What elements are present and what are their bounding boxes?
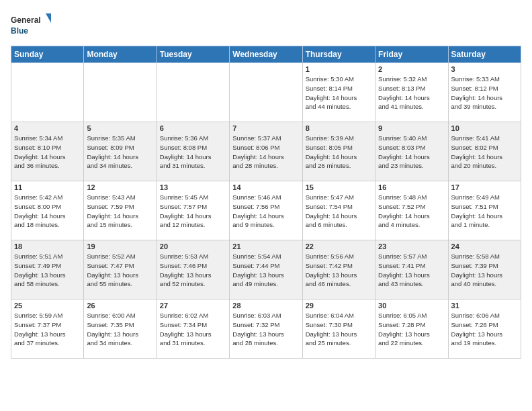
calendar-cell: 1Sunrise: 5:30 AM Sunset: 8:14 PM Daylig… bbox=[302, 63, 375, 122]
day-number: 11 bbox=[14, 183, 81, 191]
calendar-cell: 19Sunrise: 5:52 AM Sunset: 7:47 PM Dayli… bbox=[84, 240, 157, 300]
calendar-week-row: 18Sunrise: 5:51 AM Sunset: 7:49 PM Dayli… bbox=[11, 240, 521, 300]
day-detail: Sunrise: 5:47 AM Sunset: 7:54 PM Dayligh… bbox=[306, 193, 372, 230]
calendar-cell bbox=[84, 63, 157, 122]
calendar-week-row: 4Sunrise: 5:34 AM Sunset: 8:10 PM Daylig… bbox=[11, 122, 521, 181]
day-number: 21 bbox=[232, 242, 299, 250]
day-detail: Sunrise: 6:03 AM Sunset: 7:32 PM Dayligh… bbox=[232, 311, 299, 348]
day-number: 24 bbox=[451, 242, 518, 250]
day-number: 12 bbox=[87, 183, 153, 191]
weekday-header-monday: Monday bbox=[84, 46, 157, 63]
weekday-header-sunday: Sunday bbox=[11, 46, 84, 63]
weekday-header-thursday: Thursday bbox=[302, 46, 375, 63]
calendar-cell: 21Sunrise: 5:54 AM Sunset: 7:44 PM Dayli… bbox=[230, 240, 302, 300]
day-number: 25 bbox=[14, 302, 81, 310]
day-detail: Sunrise: 5:36 AM Sunset: 8:08 PM Dayligh… bbox=[160, 134, 226, 171]
calendar-week-row: 1Sunrise: 5:30 AM Sunset: 8:14 PM Daylig… bbox=[11, 63, 521, 122]
calendar-cell: 11Sunrise: 5:42 AM Sunset: 8:00 PM Dayli… bbox=[11, 181, 84, 240]
calendar-cell: 24Sunrise: 5:58 AM Sunset: 7:39 PM Dayli… bbox=[448, 240, 521, 300]
calendar-cell: 15Sunrise: 5:47 AM Sunset: 7:54 PM Dayli… bbox=[302, 181, 375, 240]
calendar-cell: 13Sunrise: 5:45 AM Sunset: 7:57 PM Dayli… bbox=[157, 181, 229, 240]
day-number: 22 bbox=[306, 242, 372, 250]
day-detail: Sunrise: 5:45 AM Sunset: 7:57 PM Dayligh… bbox=[160, 193, 226, 230]
day-number: 23 bbox=[378, 242, 445, 250]
day-number: 27 bbox=[160, 302, 226, 310]
calendar-cell bbox=[157, 63, 229, 122]
svg-text:General: General bbox=[11, 15, 41, 25]
day-detail: Sunrise: 5:34 AM Sunset: 8:10 PM Dayligh… bbox=[14, 134, 81, 171]
calendar-cell: 16Sunrise: 5:48 AM Sunset: 7:52 PM Dayli… bbox=[375, 181, 448, 240]
weekday-header-wednesday: Wednesday bbox=[230, 46, 302, 63]
calendar-cell: 8Sunrise: 5:39 AM Sunset: 8:05 PM Daylig… bbox=[302, 122, 375, 181]
calendar-body: 1Sunrise: 5:30 AM Sunset: 8:14 PM Daylig… bbox=[11, 63, 521, 359]
calendar-week-row: 25Sunrise: 5:59 AM Sunset: 7:37 PM Dayli… bbox=[11, 300, 521, 359]
calendar-cell: 30Sunrise: 6:05 AM Sunset: 7:28 PM Dayli… bbox=[375, 300, 448, 359]
svg-marker-2 bbox=[46, 13, 51, 23]
day-number: 30 bbox=[378, 302, 445, 310]
calendar-cell bbox=[230, 63, 302, 122]
day-detail: Sunrise: 6:06 AM Sunset: 7:26 PM Dayligh… bbox=[451, 311, 518, 348]
calendar-cell: 31Sunrise: 6:06 AM Sunset: 7:26 PM Dayli… bbox=[448, 300, 521, 359]
calendar-cell: 28Sunrise: 6:03 AM Sunset: 7:32 PM Dayli… bbox=[230, 300, 302, 359]
day-detail: Sunrise: 6:02 AM Sunset: 7:34 PM Dayligh… bbox=[160, 311, 226, 348]
day-detail: Sunrise: 5:30 AM Sunset: 8:14 PM Dayligh… bbox=[306, 75, 372, 111]
weekday-header-tuesday: Tuesday bbox=[157, 46, 229, 63]
calendar-cell: 10Sunrise: 5:41 AM Sunset: 8:02 PM Dayli… bbox=[448, 122, 521, 181]
calendar-cell: 5Sunrise: 5:35 AM Sunset: 8:09 PM Daylig… bbox=[84, 122, 157, 181]
day-number: 10 bbox=[451, 124, 518, 132]
day-detail: Sunrise: 6:00 AM Sunset: 7:35 PM Dayligh… bbox=[87, 311, 153, 348]
day-number: 17 bbox=[451, 183, 518, 191]
day-number: 5 bbox=[87, 124, 153, 132]
day-number: 14 bbox=[232, 183, 299, 191]
calendar-week-row: 11Sunrise: 5:42 AM Sunset: 8:00 PM Dayli… bbox=[11, 181, 521, 240]
calendar-cell: 27Sunrise: 6:02 AM Sunset: 7:34 PM Dayli… bbox=[157, 300, 229, 359]
day-detail: Sunrise: 5:35 AM Sunset: 8:09 PM Dayligh… bbox=[87, 134, 153, 171]
calendar-cell: 20Sunrise: 5:53 AM Sunset: 7:46 PM Dayli… bbox=[157, 240, 229, 300]
calendar-cell: 26Sunrise: 6:00 AM Sunset: 7:35 PM Dayli… bbox=[84, 300, 157, 359]
day-number: 16 bbox=[378, 183, 445, 191]
day-detail: Sunrise: 5:37 AM Sunset: 8:06 PM Dayligh… bbox=[232, 134, 299, 171]
calendar-cell: 22Sunrise: 5:56 AM Sunset: 7:42 PM Dayli… bbox=[302, 240, 375, 300]
day-detail: Sunrise: 5:42 AM Sunset: 8:00 PM Dayligh… bbox=[14, 193, 81, 230]
day-detail: Sunrise: 5:32 AM Sunset: 8:13 PM Dayligh… bbox=[378, 75, 445, 111]
day-detail: Sunrise: 5:39 AM Sunset: 8:05 PM Dayligh… bbox=[306, 134, 372, 171]
calendar-cell: 29Sunrise: 6:04 AM Sunset: 7:30 PM Dayli… bbox=[302, 300, 375, 359]
day-number: 31 bbox=[451, 302, 518, 310]
weekday-header-friday: Friday bbox=[375, 46, 448, 63]
day-detail: Sunrise: 5:40 AM Sunset: 8:03 PM Dayligh… bbox=[378, 134, 445, 171]
day-number: 1 bbox=[306, 65, 372, 73]
day-detail: Sunrise: 6:04 AM Sunset: 7:30 PM Dayligh… bbox=[306, 311, 372, 348]
day-detail: Sunrise: 5:48 AM Sunset: 7:52 PM Dayligh… bbox=[378, 193, 445, 230]
day-number: 18 bbox=[14, 242, 81, 250]
day-detail: Sunrise: 5:53 AM Sunset: 7:46 PM Dayligh… bbox=[160, 252, 226, 289]
calendar-cell: 7Sunrise: 5:37 AM Sunset: 8:06 PM Daylig… bbox=[230, 122, 302, 181]
day-number: 2 bbox=[378, 65, 445, 73]
calendar-cell: 18Sunrise: 5:51 AM Sunset: 7:49 PM Dayli… bbox=[11, 240, 84, 300]
calendar-cell: 12Sunrise: 5:43 AM Sunset: 7:59 PM Dayli… bbox=[84, 181, 157, 240]
day-detail: Sunrise: 6:05 AM Sunset: 7:28 PM Dayligh… bbox=[378, 311, 445, 348]
calendar-header-row: SundayMondayTuesdayWednesdayThursdayFrid… bbox=[11, 46, 521, 63]
day-number: 19 bbox=[87, 242, 153, 250]
calendar-cell: 17Sunrise: 5:49 AM Sunset: 7:51 PM Dayli… bbox=[448, 181, 521, 240]
calendar-cell: 6Sunrise: 5:36 AM Sunset: 8:08 PM Daylig… bbox=[157, 122, 229, 181]
day-detail: Sunrise: 5:56 AM Sunset: 7:42 PM Dayligh… bbox=[306, 252, 372, 289]
calendar-cell: 4Sunrise: 5:34 AM Sunset: 8:10 PM Daylig… bbox=[11, 122, 84, 181]
day-number: 29 bbox=[306, 302, 372, 310]
day-detail: Sunrise: 5:52 AM Sunset: 7:47 PM Dayligh… bbox=[87, 252, 153, 289]
day-number: 20 bbox=[160, 242, 226, 250]
day-number: 15 bbox=[306, 183, 372, 191]
day-detail: Sunrise: 5:59 AM Sunset: 7:37 PM Dayligh… bbox=[14, 311, 81, 348]
day-number: 13 bbox=[160, 183, 226, 191]
calendar-table: SundayMondayTuesdayWednesdayThursdayFrid… bbox=[11, 46, 521, 359]
svg-text:Blue: Blue bbox=[11, 26, 28, 36]
day-detail: Sunrise: 5:33 AM Sunset: 8:12 PM Dayligh… bbox=[451, 75, 518, 111]
day-detail: Sunrise: 5:49 AM Sunset: 7:51 PM Dayligh… bbox=[451, 193, 518, 230]
calendar-cell: 23Sunrise: 5:57 AM Sunset: 7:41 PM Dayli… bbox=[375, 240, 448, 300]
day-detail: Sunrise: 5:43 AM Sunset: 7:59 PM Dayligh… bbox=[87, 193, 153, 230]
day-number: 4 bbox=[14, 124, 81, 132]
day-detail: Sunrise: 5:58 AM Sunset: 7:39 PM Dayligh… bbox=[451, 252, 518, 289]
day-number: 9 bbox=[378, 124, 445, 132]
calendar-cell: 14Sunrise: 5:46 AM Sunset: 7:56 PM Dayli… bbox=[230, 181, 302, 240]
calendar-cell: 25Sunrise: 5:59 AM Sunset: 7:37 PM Dayli… bbox=[11, 300, 84, 359]
day-detail: Sunrise: 5:57 AM Sunset: 7:41 PM Dayligh… bbox=[378, 252, 445, 289]
